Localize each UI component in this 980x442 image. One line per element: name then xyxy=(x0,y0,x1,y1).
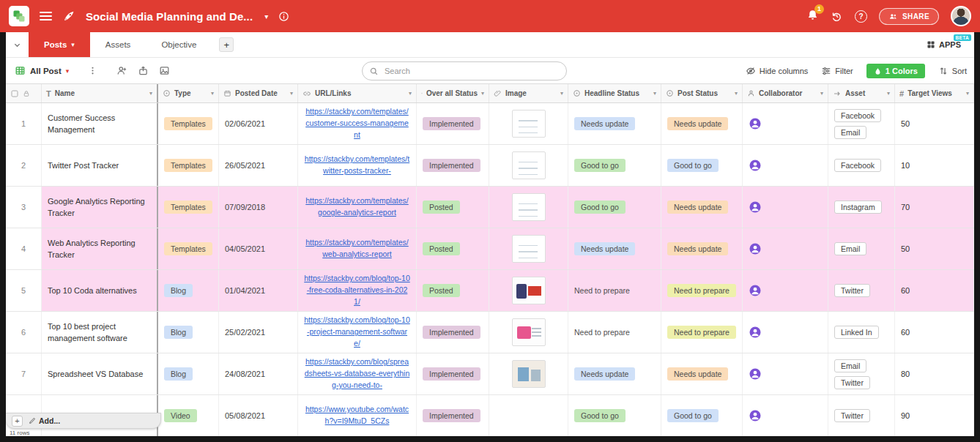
posted-date-cell[interactable]: 24/08/2021 xyxy=(219,353,298,394)
row-number[interactable]: 6 xyxy=(6,312,42,353)
help-icon[interactable]: ? xyxy=(855,10,867,23)
overall-status-cell[interactable]: Posted xyxy=(417,187,489,228)
stackby-logo[interactable] xyxy=(9,6,29,26)
image-cell[interactable] xyxy=(489,103,568,144)
sort-button[interactable]: Sort xyxy=(938,66,967,76)
asset-cell[interactable]: Linked In xyxy=(828,312,895,353)
collaborator-avatar-icon[interactable] xyxy=(749,367,762,381)
share-button[interactable]: SHARE xyxy=(879,8,939,25)
column-header-overall-status[interactable]: Over all Status ▾ xyxy=(417,84,489,102)
url-cell[interactable]: https://stackby.com/templates/customer-s… xyxy=(298,103,417,144)
history-icon[interactable] xyxy=(831,10,843,23)
column-header-asset[interactable]: Asset ▾ xyxy=(828,84,895,102)
collaborator-avatar-icon[interactable] xyxy=(749,159,762,172)
posted-date-cell[interactable]: 04/05/2021 xyxy=(219,228,298,269)
url-cell[interactable]: https://www.youtube.com/watch?v=I9MtuD_5… xyxy=(298,395,417,436)
url-link[interactable]: https://stackby.com/templates/google-ana… xyxy=(304,195,410,219)
add-table-button[interactable]: + xyxy=(219,37,234,52)
tab-posts[interactable]: Posts ▾ xyxy=(29,32,90,57)
collaborator-cell[interactable] xyxy=(743,312,828,353)
add-row-bar[interactable]: + Add... xyxy=(6,413,161,429)
post-status-cell[interactable]: Needs update xyxy=(661,103,743,144)
column-header-url-links[interactable]: URL/Links ▾ xyxy=(298,84,417,102)
collaborator-cell[interactable] xyxy=(743,353,828,394)
post-status-cell[interactable]: Good to go xyxy=(661,395,743,436)
column-header-collaborator[interactable]: Collaborator ▾ xyxy=(743,84,828,102)
target-views-cell[interactable]: 10 xyxy=(895,145,974,186)
name-cell[interactable]: Spreadsheet VS Database xyxy=(42,353,158,394)
url-link[interactable]: https://stackby.com/blog/top-10-free-cod… xyxy=(304,273,410,307)
url-cell[interactable]: https://stackby.com/templates/google-ana… xyxy=(298,187,417,228)
name-cell[interactable]: Web Analytics Reporting Tracker xyxy=(42,228,158,269)
image-view-icon[interactable] xyxy=(159,65,170,76)
row-number[interactable]: 5 xyxy=(6,270,42,311)
collaborator-avatar-icon[interactable] xyxy=(749,201,762,214)
target-views-cell[interactable]: 90 xyxy=(895,395,974,436)
collaborator-cell[interactable] xyxy=(743,187,828,228)
notifications-bell-icon[interactable]: 1 xyxy=(806,9,819,24)
image-cell[interactable] xyxy=(489,270,568,311)
headline-status-cell[interactable]: Need to prepare xyxy=(568,312,661,353)
export-icon[interactable] xyxy=(138,65,149,76)
post-status-cell[interactable]: Need to prepare xyxy=(661,312,743,353)
overall-status-cell[interactable]: Implemented xyxy=(417,103,489,144)
image-thumbnail[interactable] xyxy=(512,318,546,346)
row-number[interactable]: 4 xyxy=(6,228,42,269)
column-header-image[interactable]: Image ▾ xyxy=(489,84,568,102)
row-number[interactable]: 1 xyxy=(6,103,42,144)
posted-date-cell[interactable]: 01/04/2021 xyxy=(219,270,298,311)
image-thumbnail[interactable] xyxy=(512,110,546,138)
title-caret-icon[interactable]: ▾ xyxy=(264,12,268,20)
type-cell[interactable]: Templates xyxy=(158,187,219,228)
overall-status-cell[interactable]: Posted xyxy=(417,228,489,269)
asset-cell[interactable]: Email xyxy=(828,228,895,269)
target-views-cell[interactable]: 70 xyxy=(895,187,974,228)
image-cell[interactable] xyxy=(489,395,568,436)
view-menu-dots-icon[interactable] xyxy=(88,66,97,75)
apps-button[interactable]: APPS BETA xyxy=(927,40,961,49)
url-cell[interactable]: https://stackby.com/templates/web-analyt… xyxy=(298,228,417,269)
hamburger-menu-icon[interactable] xyxy=(40,12,52,20)
url-link[interactable]: https://stackby.com/blog/spreadsheets-vs… xyxy=(304,356,410,391)
collaborator-cell[interactable] xyxy=(743,395,828,436)
column-header-name[interactable]: T Name ▾ xyxy=(42,84,158,102)
row-number[interactable]: 7 xyxy=(6,353,42,394)
asset-cell[interactable]: Instagram xyxy=(828,187,895,228)
target-views-cell[interactable]: 60 xyxy=(895,270,974,311)
overall-status-cell[interactable]: Implemented xyxy=(417,145,489,186)
headline-status-cell[interactable]: Good to go xyxy=(568,395,661,436)
row-number[interactable]: 3 xyxy=(6,187,42,228)
post-status-cell[interactable]: Needs update xyxy=(661,187,743,228)
image-thumbnail[interactable] xyxy=(512,360,546,388)
column-header-posted-date[interactable]: Posted Date ▾ xyxy=(219,84,298,102)
name-cell[interactable]: Top 10 best project management software xyxy=(42,312,158,353)
type-cell[interactable]: Templates xyxy=(158,228,219,269)
overall-status-cell[interactable]: Posted xyxy=(417,270,489,311)
type-cell[interactable]: Blog xyxy=(158,312,219,353)
asset-cell[interactable]: Facebook xyxy=(828,145,895,186)
headline-status-cell[interactable]: Good to go xyxy=(568,187,661,228)
row-number[interactable]: 2 xyxy=(6,145,42,186)
collaborator-avatar-icon[interactable] xyxy=(749,326,762,339)
tables-list-chevron-icon[interactable] xyxy=(13,41,21,49)
target-views-cell[interactable]: 60 xyxy=(895,312,974,353)
asset-cell[interactable]: FacebookEmail xyxy=(828,103,895,144)
url-link[interactable]: https://www.youtube.com/watch?v=I9MtuD_5… xyxy=(304,404,410,427)
collaborator-cell[interactable] xyxy=(743,270,828,311)
search-input[interactable] xyxy=(362,61,567,80)
tab-objective[interactable]: Objective xyxy=(146,32,212,57)
image-cell[interactable] xyxy=(489,353,568,394)
column-header-type[interactable]: Type ▾ xyxy=(158,84,219,102)
image-thumbnail[interactable] xyxy=(512,277,546,304)
headline-status-cell[interactable]: Needs update xyxy=(568,103,661,144)
post-status-cell[interactable]: Good to go xyxy=(661,145,743,186)
post-status-cell[interactable]: Need to prepare xyxy=(661,270,743,311)
post-status-cell[interactable]: Needs update xyxy=(661,228,743,269)
column-header-target-views[interactable]: # Target Views ▾ xyxy=(895,84,974,102)
name-cell[interactable]: Customer Success Management xyxy=(42,103,158,144)
url-link[interactable]: https://stackby.com/templates/customer-s… xyxy=(304,106,410,141)
image-cell[interactable] xyxy=(489,187,568,228)
collaborator-cell[interactable] xyxy=(743,145,828,186)
posted-date-cell[interactable]: 07/09/2018 xyxy=(219,187,298,228)
image-thumbnail[interactable] xyxy=(512,151,546,179)
